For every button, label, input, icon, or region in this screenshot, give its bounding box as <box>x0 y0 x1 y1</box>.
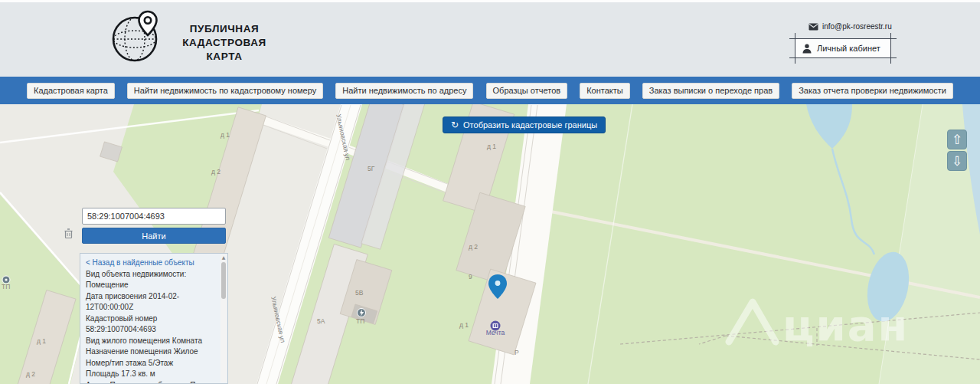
building-label: д 2 <box>26 371 35 378</box>
person-icon <box>802 44 812 54</box>
building-label: д 2 <box>211 169 220 176</box>
globe-pin-icon <box>109 10 165 65</box>
account-button[interactable]: Личный кабинет <box>795 38 891 58</box>
tp-label: ТП <box>2 284 10 290</box>
nav-item-report-samples[interactable]: Образцы отчетов <box>486 83 568 99</box>
main-nav: Кадастровая карта Найти недвижимость по … <box>0 77 980 104</box>
nav-item-find-by-number[interactable]: Найти недвижимость по кадастровому номер… <box>127 83 323 99</box>
cadastral-number-input[interactable] <box>82 208 226 225</box>
site-header: ПУБЛИЧНАЯ КАДАСТРОВАЯ КАРТА info@pk-rosr… <box>0 0 980 77</box>
building-label: 5В <box>355 290 363 297</box>
back-to-found-objects-link[interactable]: < Назад в найденные объекты <box>86 258 217 269</box>
watermark-text: циан <box>782 300 909 350</box>
building-label: д 1 <box>459 322 469 329</box>
scroll-up-icon[interactable]: ▲ <box>220 254 227 261</box>
cinema-poi-label: Мечта <box>480 330 511 336</box>
scrollbar-thumb[interactable] <box>221 262 226 299</box>
nav-item-order-check-report[interactable]: Заказ отчета проверки недвижимости <box>792 83 953 99</box>
pan-up-button[interactable]: ⇧ <box>947 130 967 149</box>
arrow-up-icon: ⇧ <box>952 132 962 147</box>
info-line-cad-number: Кадастровый номер 58:29:1007004:4693 <box>86 313 217 336</box>
site-logo[interactable] <box>109 10 165 65</box>
nav-item-find-by-address[interactable]: Найти недвижимость по адресу <box>335 83 473 99</box>
building-label: 5А <box>317 318 325 325</box>
object-info-panel: < Назад в найденные объекты Вид объекта … <box>80 253 228 384</box>
tp-poi-icon <box>358 309 366 317</box>
site-title-line2: КАДАСТРОВАЯ КАРТА <box>167 36 282 64</box>
show-cadastral-borders-label: Отобразить кадастровые границы <box>463 120 597 130</box>
account-button-label: Личный кабинет <box>817 44 880 53</box>
contact-email-text: info@pk-rosreestr.ru <box>822 22 892 31</box>
find-button[interactable]: Найти <box>82 228 226 244</box>
info-line-object-kind: Вид объекта недвижимости: Помещение <box>86 269 217 291</box>
map-viewport[interactable]: циан д 1 д 2 5Г д 1 д 2 9 5В 5А д 1 Р д … <box>0 104 980 384</box>
info-line-dwelling-kind: Вид жилого помещения Комната <box>86 336 217 347</box>
parking-label: Р <box>514 350 519 356</box>
contact-email[interactable]: info@pk-rosreestr.ru <box>808 22 892 31</box>
info-line-area: Площадь 17.3 кв. м <box>86 369 217 380</box>
arrow-down-icon: ⇩ <box>952 153 962 169</box>
site-title-line1: ПУБЛИЧНАЯ <box>167 22 282 36</box>
building-label: 5Г <box>368 166 374 172</box>
info-line-address: Адрес Пензенская область, г.Пенза, Октяб… <box>86 380 217 384</box>
building-label: д 1 <box>37 338 46 345</box>
building-label: д 2 <box>469 244 478 251</box>
info-line-date: Дата присвоения 2014-02-12T00:00:00Z <box>86 291 217 313</box>
nav-item-contacts[interactable]: Контакты <box>580 83 630 99</box>
show-cadastral-borders-button[interactable]: ↻ Отобразить кадастровые границы <box>443 117 606 133</box>
nav-item-cadastral-map[interactable]: Кадастровая карта <box>27 83 115 99</box>
pan-down-button[interactable]: ⇩ <box>947 151 967 171</box>
clear-search-icon[interactable] <box>64 228 73 241</box>
refresh-icon: ↻ <box>451 120 459 130</box>
tp-label: ТП <box>356 318 364 325</box>
building-label: д 1 <box>220 132 230 139</box>
building-label: д 1 <box>487 143 496 150</box>
nav-item-order-transfer-extract[interactable]: Заказ выписки о переходе прав <box>642 83 779 99</box>
site-title: ПУБЛИЧНАЯ КАДАСТРОВАЯ КАРТА <box>167 22 282 64</box>
envelope-icon <box>808 23 818 31</box>
info-panel-scrollbar[interactable]: ▲ <box>220 254 227 382</box>
info-line-purpose: Назначение помещения Жилое <box>86 346 217 358</box>
building-label: 9 <box>469 274 472 281</box>
info-line-floor: Номер/тип этажа 5/Этаж <box>86 358 217 369</box>
